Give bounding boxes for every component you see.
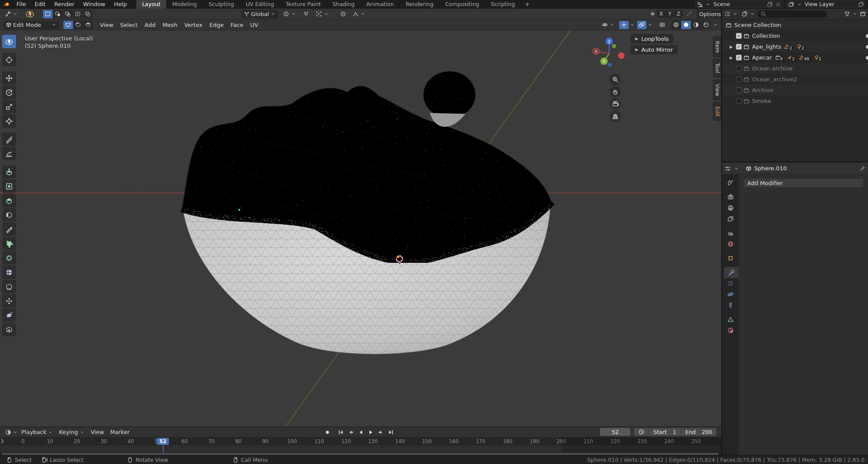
viewport-menu-face[interactable]: Face xyxy=(227,20,247,30)
tool-rip-region-button[interactable] xyxy=(2,323,16,336)
xray-toggle[interactable] xyxy=(657,21,667,29)
chevron-down-icon[interactable] xyxy=(647,22,653,28)
collection-checkbox[interactable] xyxy=(736,76,742,82)
mirror-z-toggle[interactable]: Z xyxy=(674,10,683,18)
timeline-menu-playback[interactable]: Playback xyxy=(18,427,56,437)
chevron-down-icon[interactable] xyxy=(749,11,756,17)
gizmos-toggle[interactable] xyxy=(619,21,629,29)
select-subtract-button[interactable] xyxy=(63,10,73,18)
tool-inset-faces-button[interactable] xyxy=(2,179,16,193)
properties-tab-view-layer[interactable] xyxy=(722,213,739,224)
scene-selector[interactable]: Scene xyxy=(695,0,783,8)
pin-icon[interactable] xyxy=(859,166,865,172)
select-intersect-button[interactable] xyxy=(83,10,92,18)
outliner-row-ocean-archive[interactable]: Ocean archive xyxy=(722,63,868,74)
tool-spin-button[interactable] xyxy=(2,251,16,265)
shading-rendered-button[interactable] xyxy=(701,21,711,29)
restriction-dot[interactable] xyxy=(866,34,868,38)
shading-wireframe-button[interactable] xyxy=(671,21,681,29)
outliner-row-smoke[interactable]: Smoke xyxy=(722,96,868,106)
new-collection-icon[interactable] xyxy=(860,11,866,17)
properties-tab-physics[interactable] xyxy=(722,289,739,300)
tool-shrink-fatten-button[interactable] xyxy=(2,294,16,308)
blender-logo-icon[interactable] xyxy=(3,1,10,7)
sidebar-tab-item[interactable]: Item xyxy=(713,36,721,57)
collapsed-panel-looptools[interactable]: ▶LoopTools xyxy=(630,34,673,43)
viewport-menu-vertex[interactable]: Vertex xyxy=(181,20,206,30)
viewport-menu-uv[interactable]: UV xyxy=(247,20,261,30)
next-keyframe-button[interactable] xyxy=(376,428,385,436)
workspace-tab-texture-paint[interactable]: Texture Paint xyxy=(280,0,327,9)
tool-move-button[interactable] xyxy=(2,71,16,85)
viewport-menu-view[interactable]: View xyxy=(96,20,117,30)
viewport-3d[interactable]: User Perspective (Local) (52) Sphere.010… xyxy=(0,30,721,427)
sidebar-tab-tool[interactable]: Tool xyxy=(713,59,721,77)
snap-with-dropdown[interactable] xyxy=(314,10,331,18)
collection-checkbox[interactable]: ✓ xyxy=(736,33,742,39)
outliner-row-archive[interactable]: Archive xyxy=(722,85,868,96)
properties-tab-material[interactable] xyxy=(722,325,739,336)
play-reverse-button[interactable] xyxy=(356,428,365,436)
mode-dropdown[interactable]: Edit Mode xyxy=(3,21,59,29)
mesh-blob[interactable] xyxy=(423,71,475,127)
timeline-menu-keying[interactable]: Keying xyxy=(56,427,88,437)
properties-tab-particles[interactable] xyxy=(722,278,739,289)
zoom-button[interactable] xyxy=(610,74,621,85)
topbar-menu-edit[interactable]: Edit xyxy=(30,0,50,9)
pivot-point-dropdown[interactable] xyxy=(281,10,299,18)
pan-button[interactable] xyxy=(610,86,621,97)
frame-number-field[interactable]: 52 xyxy=(600,428,630,436)
tool-cursor-button[interactable] xyxy=(2,53,16,66)
tool-shear-button[interactable] xyxy=(2,308,16,322)
viewport-menu-add[interactable]: Add xyxy=(141,20,159,30)
restriction-dot[interactable] xyxy=(866,45,868,49)
end-frame-field[interactable]: End 200 xyxy=(681,428,717,436)
select-extend-button[interactable] xyxy=(53,10,63,18)
filter-icon[interactable] xyxy=(844,11,850,17)
topbar-menu-render[interactable]: Render xyxy=(50,0,79,9)
auto-keying-button[interactable] xyxy=(323,428,332,436)
collection-checkbox[interactable]: ✓ xyxy=(736,55,742,60)
expand-triangle-icon[interactable]: ▶ xyxy=(728,56,734,60)
camera-view-button[interactable] xyxy=(610,98,621,109)
tool-knife-button[interactable] xyxy=(2,222,16,236)
tool-edge-slide-button[interactable] xyxy=(2,280,16,293)
workspace-tab-rendering[interactable]: Rendering xyxy=(400,0,439,9)
chevron-down-icon[interactable] xyxy=(732,11,738,17)
properties-tab-modifiers[interactable] xyxy=(724,267,739,278)
chevron-down-icon[interactable] xyxy=(852,11,858,17)
workspace-tab-layout[interactable]: Layout xyxy=(136,0,167,9)
workspace-tab-uv-editing[interactable]: UV Editing xyxy=(240,0,280,9)
proportional-falloff-dropdown[interactable] xyxy=(350,10,368,18)
chevron-down-icon[interactable] xyxy=(733,166,739,172)
outliner-row-apecar[interactable]: ▶✓Apecar92992 xyxy=(722,52,868,63)
properties-tab-object-data[interactable] xyxy=(722,314,739,325)
sidebar-tab-view[interactable]: View xyxy=(713,80,721,100)
properties-tab-world[interactable] xyxy=(722,239,739,249)
select-invert-button[interactable] xyxy=(73,10,83,18)
navigation-gizmo[interactable]: Z Y X xyxy=(589,33,629,73)
collection-checkbox[interactable]: ✓ xyxy=(736,44,742,50)
shading-material-button[interactable] xyxy=(691,21,701,29)
outliner-row-collection[interactable]: ✓Collection xyxy=(722,30,868,41)
tool-transform-button[interactable] xyxy=(2,114,16,128)
topbar-menu-window[interactable]: Window xyxy=(79,0,109,9)
display-mode-icon[interactable] xyxy=(742,11,748,17)
properties-tab-tool[interactable] xyxy=(722,177,739,188)
collapsed-panel-auto-mirror[interactable]: ▶Auto Mirror xyxy=(630,45,678,54)
expand-triangle-icon[interactable]: ▶ xyxy=(728,45,734,49)
tool-settings-editor-menu[interactable] xyxy=(3,10,20,18)
collection-checkbox[interactable] xyxy=(736,87,742,93)
outliner-row-scene-collection[interactable]: Scene Collection xyxy=(722,20,868,30)
tool-extrude-region-button[interactable] xyxy=(2,165,16,179)
tool-annotate-button[interactable] xyxy=(2,133,16,146)
chevron-down-icon[interactable] xyxy=(629,22,635,28)
mirror-x-toggle[interactable]: X xyxy=(657,10,665,18)
workspace-tab-sculpting[interactable]: Sculpting xyxy=(203,0,240,9)
tool-poly-build-button[interactable] xyxy=(2,237,16,250)
properties-editor-icon[interactable] xyxy=(725,166,731,172)
collection-checkbox[interactable] xyxy=(736,66,742,71)
current-frame-badge[interactable]: 52 xyxy=(157,438,169,445)
use-preview-range-button[interactable] xyxy=(634,428,649,436)
workspace-tab-scripting[interactable]: Scripting xyxy=(485,0,521,9)
